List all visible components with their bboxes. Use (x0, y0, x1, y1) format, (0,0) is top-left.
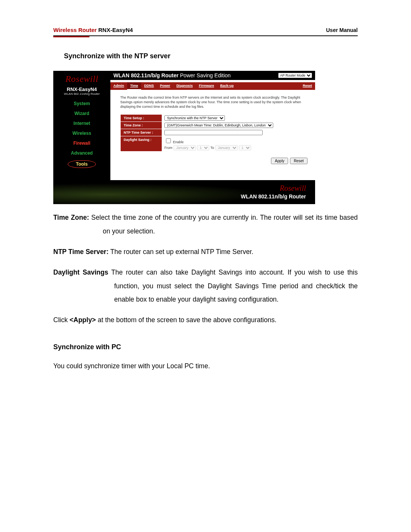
to-month-select[interactable]: January (215, 145, 238, 150)
apply-pre: Click (53, 316, 70, 324)
nav-tools[interactable]: Tools (53, 160, 110, 168)
tab-time[interactable]: Time (127, 82, 141, 90)
ntp-server-input[interactable] (164, 130, 263, 135)
user-manual-label: User Manual (326, 27, 358, 33)
nav-advanced[interactable]: Advanced (53, 150, 110, 156)
nav-firewall[interactable]: Firewall (53, 141, 110, 146)
router-screenshot: Rosewill RNX-EasyN4 WLAN 802.11n/b/g Rou… (53, 71, 315, 204)
apply-paragraph: Click <Apply> at the bottom of the scree… (53, 313, 358, 327)
router-footer: Rosewill WLAN 802.11n/b/g Router (53, 180, 315, 204)
daylight-range-row: From January 1 To January 1 (164, 145, 273, 150)
nav-tools-label: Tools (68, 160, 96, 168)
label-time-setup: Time Setup : (121, 115, 162, 121)
router-main: WLAN 802.11n/b/g Router Power Saving Edi… (110, 71, 315, 180)
tab-diagnosis[interactable]: Diagnosis (173, 82, 196, 90)
doc-header-left: Wireless Router RNX-EasyN4 (53, 27, 133, 33)
enable-label: Enable (173, 140, 184, 144)
reset-button[interactable]: Reset (290, 158, 307, 164)
tab-firmware[interactable]: Firmware (196, 82, 217, 90)
from-label: From (164, 146, 172, 150)
manual-text: Time Zone: Select the time zone of the c… (53, 211, 358, 373)
apply-button[interactable]: Apply (271, 158, 288, 164)
router-content: The Router reads the correct time from N… (110, 90, 315, 172)
sidebar-nav: System Wizard Internet Wireless Firewall… (53, 101, 110, 168)
footer-logo: Rosewill (62, 184, 306, 193)
time-setup-select[interactable]: Synchronize with the NTP Server (164, 115, 225, 121)
to-day-select[interactable]: 1 (239, 145, 251, 150)
label-time-zone: Time Zone : (121, 122, 162, 129)
footer-text: WLAN 802.11n/b/g Router (62, 193, 306, 200)
label-ntp: NTP Time Server : (121, 129, 162, 136)
nav-internet[interactable]: Internet (53, 121, 110, 126)
router-title-bold: WLAN 802.11n/b/g Router (113, 72, 178, 78)
apply-bold: <Apply> (70, 316, 96, 324)
ds-bold: Daylight Savings (53, 268, 108, 276)
sidebar-wlan: WLAN 802.11n/b/g Router (53, 92, 110, 96)
tz-paragraph: Time Zone: Select the time zone of the c… (53, 211, 358, 238)
rosewill-logo: Rosewill (53, 74, 110, 84)
ds-text: The router can also take Daylight Saving… (108, 268, 358, 304)
ntp-bold: NTP Time Server: (53, 248, 108, 256)
router-sidebar: Rosewill RNX-EasyN4 WLAN 802.11n/b/g Rou… (53, 71, 110, 180)
ds-paragraph: Daylight Savings The router can also tak… (53, 266, 358, 307)
tab-admin[interactable]: Admin (110, 82, 127, 90)
router-tabs: Admin Time DDNS Power Diagnosis Firmware… (110, 82, 315, 90)
router-title-rest: Power Saving Edition (178, 72, 231, 78)
label-daylight: Daylight Saving : (121, 136, 162, 151)
router-description: The Router reads the correct time from N… (120, 95, 307, 109)
time-form: Time Setup : Synchronize with the NTP Se… (120, 114, 276, 152)
section-heading-syncpc: Synchronize with PC (53, 340, 358, 354)
model-label: RNX-EasyN4 (98, 27, 133, 33)
tab-ddns[interactable]: DDNS (141, 82, 157, 90)
router-title: WLAN 802.11n/b/g Router Power Saving Edi… (113, 72, 231, 78)
router-titlebar: WLAN 802.11n/b/g Router Power Saving Edi… (110, 71, 315, 80)
sidebar-model: RNX-EasyN4 (53, 86, 110, 92)
sync-pc-body: You could synchronize timer with your Lo… (53, 359, 358, 373)
daylight-enable-row: Enable (164, 137, 273, 144)
section-heading-ntp: Synchronize with the NTP server (64, 52, 358, 60)
nav-system[interactable]: System (53, 101, 110, 106)
time-zone-select[interactable]: (GMT)Greenwich Mean Time: Dublin, Edinbu… (164, 123, 273, 128)
from-month-select[interactable]: January (174, 145, 196, 150)
nav-wizard[interactable]: Wizard (53, 111, 110, 116)
form-buttons: Apply Reset (120, 158, 307, 164)
doc-header: Wireless Router RNX-EasyN4 User Manual (53, 27, 358, 36)
nav-wireless[interactable]: Wireless (53, 131, 110, 136)
wireless-router-label: Wireless Router (53, 27, 97, 33)
enable-checkbox[interactable] (166, 138, 171, 143)
to-label: To (210, 146, 214, 150)
from-day-select[interactable]: 1 (197, 145, 209, 150)
tz-text: Select the time zone of the country you … (89, 214, 358, 235)
mode-select[interactable]: AP Router Mode (278, 73, 312, 78)
tab-power[interactable]: Power (157, 82, 173, 90)
tab-reset[interactable]: Reset (299, 82, 315, 90)
apply-post: at the bottom of the screen to save the … (96, 316, 277, 324)
tab-backup[interactable]: Back-up (217, 82, 237, 90)
ntp-paragraph: NTP Time Server: The router can set up e… (53, 245, 358, 259)
tz-bold: Time Zone: (53, 214, 89, 221)
ntp-text: The router can set up external NTP Time … (108, 248, 253, 256)
manual-page: Wireless Router RNX-EasyN4 User Manual S… (0, 0, 411, 532)
